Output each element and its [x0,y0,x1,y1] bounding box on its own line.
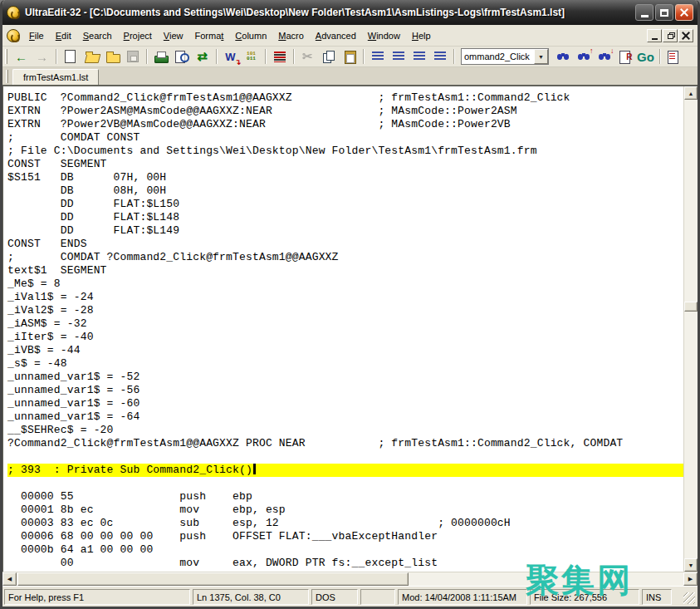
find-combobox[interactable]: ommand2_Click▼ [461,48,549,65]
close-button[interactable] [675,4,693,21]
editor-line: 00006 68 00 00 00 00 push OFFSET FLAT:__… [7,530,683,543]
cut-icon: ✂ [300,49,316,64]
toolbar-separator [659,49,660,64]
editor-line: CONST ENDS [7,238,683,251]
print-button[interactable] [150,47,171,66]
scroll-right-button[interactable]: ▶ [683,572,698,586]
close-file-button[interactable] [101,47,122,66]
open-file-button[interactable] [81,47,101,66]
editor-line: DB 08H, 00H [7,184,683,198]
forward-button: → [32,47,52,66]
close-file-icon [104,49,120,64]
compare-button[interactable] [663,47,684,66]
paste-button[interactable] [339,47,360,66]
horizontal-scroll-thumb[interactable] [17,572,409,586]
tab-frmtestasm1[interactable]: frmTestAsm1.lst [12,69,99,85]
minimize-button[interactable] [635,4,653,21]
maximize-button[interactable] [655,4,673,21]
tabbar-grip[interactable] [6,70,8,83]
editor-line: CONST SEGMENT [7,158,683,171]
status-segment: Mod: 14/04/2008 1:11:15AM [398,589,527,605]
mdi-restore-button[interactable] [663,29,678,42]
back-button[interactable]: ← [11,47,32,66]
scroll-left-button[interactable]: ◀ [2,572,17,586]
vertical-scroll-track[interactable] [684,100,698,558]
tabbar: frmTestAsm1.lst [2,67,698,85]
mdi-minimize-button[interactable] [647,29,662,42]
menu-search[interactable]: Search [77,27,118,44]
editor-line: PUBLIC ?Command2_Click@frmTestAsm1@@AAGX… [7,91,683,105]
mdi-close-icon [682,32,690,40]
find-next-button[interactable]: ↓ [594,47,614,66]
word-wrap-button[interactable]: W↴ [220,47,241,66]
copy-button[interactable] [318,47,339,66]
editor-line: EXTRN ?Power2VB@MAsmCode@@AAGXXZ:NEAR ; … [7,118,683,131]
editor-line: ?Command2_Click@frmTestAsm1@@AAGXXZ PROC… [7,437,683,450]
menu-edit[interactable]: Edit [50,27,77,44]
status-segment [360,589,395,605]
combobox-dropdown-icon[interactable]: ▼ [534,49,548,64]
new-file-icon [62,49,79,64]
menu-window[interactable]: Window [362,27,406,44]
editor-line: $S151 DB 07H, 00H [7,171,683,184]
hex-edit-button[interactable]: 101011 [241,47,262,66]
menu-view[interactable]: View [158,27,189,44]
align-justify-button[interactable] [429,47,450,66]
editor-line: _unnamed_var1$ = -52 [7,371,683,384]
editor-line: DD FLAT:$L149 [7,224,683,238]
toolbar-separator [146,49,147,64]
paste-icon [341,49,358,64]
align-center-button[interactable] [388,47,409,66]
find-button[interactable] [552,47,573,66]
menu-file[interactable]: File [23,27,50,44]
goto-button[interactable]: Go [635,47,656,66]
titlebar[interactable]: UltraEdit-32 - [C:\Documents and Setting… [2,0,698,25]
menu-advanced[interactable]: Advanced [310,27,362,44]
compare-icon [666,49,683,64]
replace-button[interactable]: R [614,47,635,66]
menu-help[interactable]: Help [406,27,437,44]
maximize-icon [660,9,668,17]
editor-line: __$SEHRec$ = -20 [7,424,683,437]
toolbar-grip[interactable] [5,49,7,64]
open-file-icon [83,49,100,64]
editor[interactable]: PUBLIC ?Command2_Click@frmTestAsm1@@AAGX… [3,86,683,572]
editor-line: DD FLAT:$L150 [7,198,683,211]
align-right-icon [411,49,428,64]
menu-column[interactable]: Column [229,27,272,44]
horizontal-scrollbar[interactable]: ◀ ▶ [2,572,698,586]
ultraedit-window: UltraEdit-32 - [C:\Documents and Setting… [0,0,700,609]
toolbar-separator [363,49,364,64]
toolbar-separator [265,49,266,64]
editor-line: _unnamed_var1$ = -56 [7,384,683,397]
mdi-restore-icon [668,34,673,39]
editor-line: 00001 8b ec mov ebp, esp [7,503,683,517]
vertical-scrollbar[interactable]: ▲ ▼ [683,86,698,572]
editor-line: 00003 83 ec 0c sub esp, 12 ; 0000000cH [7,517,683,530]
scroll-down-button[interactable]: ▼ [684,558,698,572]
new-file-button[interactable] [60,47,81,66]
scroll-up-button[interactable]: ▲ [684,86,698,100]
print-preview-button[interactable] [171,47,192,66]
align-left-button[interactable] [367,47,388,66]
mdi-close-button[interactable] [678,29,693,42]
format-lines-button[interactable] [269,47,290,66]
find-in-files-button[interactable]: ⇄ [192,47,213,66]
vertical-scroll-thumb[interactable] [684,302,698,312]
menu-project[interactable]: Project [118,27,158,44]
find-prev-button[interactable]: ↑ [573,47,594,66]
editor-line: _unnamed_var1$ = -60 [7,397,683,410]
menubar: FileEditSearchProjectViewFormatColumnMac… [2,25,698,47]
menu-macro[interactable]: Macro [272,27,310,44]
editor-line: 0000b 64 a1 00 00 00 [7,543,683,557]
toolbar-separator [216,49,217,64]
find-combobox-value[interactable]: ommand2_Click [462,52,534,61]
menu-format[interactable]: Format [189,27,230,44]
align-right-button[interactable] [409,47,429,66]
status-segment: For Help, press F1 [4,589,190,605]
editor-line: _s$ = -48 [7,357,683,371]
status-segment: Ln 1375, Col. 38, C0 [193,589,309,605]
document-icon[interactable] [7,29,20,42]
horizontal-scroll-track[interactable] [17,572,683,586]
resize-grip[interactable] [674,589,696,605]
